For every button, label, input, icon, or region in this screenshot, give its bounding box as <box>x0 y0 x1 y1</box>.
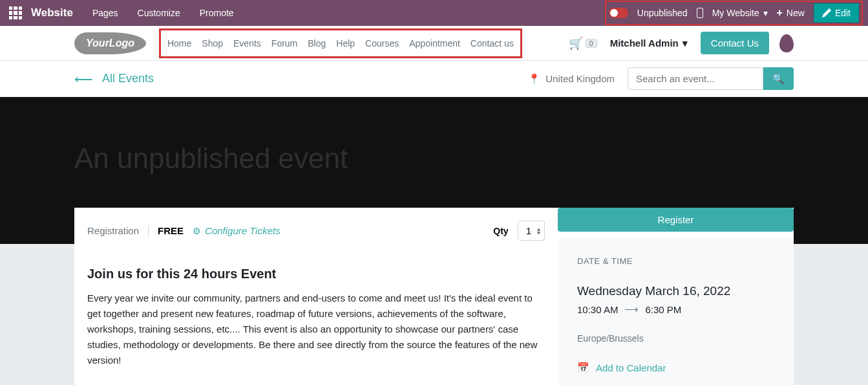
description-block: Join us for this 24 hours Event Every ye… <box>87 267 545 368</box>
search-button[interactable]: 🔍 <box>763 67 794 90</box>
contact-button[interactable]: Contact Us <box>701 32 769 54</box>
configure-tickets-link[interactable]: ⚙ Configure Tickets <box>193 225 281 236</box>
new-label: New <box>787 8 805 18</box>
publish-status: Unpublished <box>637 8 688 18</box>
site-switcher-label: My Website <box>712 8 759 18</box>
logo[interactable]: YourLogo <box>74 32 146 54</box>
cart-icon: 🛒 <box>569 36 583 50</box>
location[interactable]: 📍 United Kingdom <box>528 73 615 85</box>
info-box: DATE & TIME Wednesday March 16, 2022 10:… <box>558 238 794 385</box>
nav-home[interactable]: Home <box>167 38 191 49</box>
gear-icon: ⚙ <box>193 226 201 236</box>
nav-events[interactable]: Events <box>233 38 261 49</box>
info-time: 10:30 AM ⟶ 6:30 PM <box>577 303 774 315</box>
chevron-down-icon: ▾ <box>683 38 688 49</box>
admin-bar: Website Pages Customize Promote Unpublis… <box>0 0 868 26</box>
start-time: 10:30 AM <box>577 304 618 315</box>
arrow-right-icon: ⟶ <box>624 303 639 315</box>
apps-icon[interactable] <box>9 6 22 19</box>
info-date: Wednesday March 16, 2022 <box>577 284 774 298</box>
search-wrap: 🔍 <box>628 67 794 90</box>
timezone: Europe/Brussels <box>577 333 774 344</box>
admin-right: Unpublished My Website ▾ New Edit <box>605 1 863 25</box>
side-column: Register DATE & TIME Wednesday March 16,… <box>558 208 794 385</box>
admin-link-customize[interactable]: Customize <box>138 8 180 18</box>
pin-icon: 📍 <box>528 73 540 85</box>
content: Registration FREE ⚙ Configure Tickets Qt… <box>0 208 868 385</box>
edit-label: Edit <box>835 8 851 18</box>
nav-forum[interactable]: Forum <box>271 38 297 49</box>
edit-button[interactable]: Edit <box>814 3 859 23</box>
search-input[interactable] <box>628 67 763 90</box>
nav-blog[interactable]: Blog <box>308 38 326 49</box>
user-name: Mitchell Admin <box>610 38 679 49</box>
site-header: YourLogo Home Shop Events Forum Blog Hel… <box>0 26 868 61</box>
info-heading: DATE & TIME <box>577 256 774 266</box>
back-link[interactable]: ⟵ All Events <box>74 71 154 87</box>
nav-appointment[interactable]: Appointment <box>409 38 460 49</box>
admin-link-pages[interactable]: Pages <box>92 8 118 18</box>
mobile-icon <box>697 8 703 18</box>
configure-label: Configure Tickets <box>205 225 281 236</box>
nav-courses[interactable]: Courses <box>365 38 399 49</box>
pencil-icon <box>822 8 831 17</box>
cart-button[interactable]: 🛒 0 <box>569 36 597 50</box>
registration-row: Registration FREE ⚙ Configure Tickets Qt… <box>87 221 545 241</box>
register-button[interactable]: Register <box>558 208 794 232</box>
qty-label: Qty <box>493 226 508 236</box>
nav-shop[interactable]: Shop <box>202 38 223 49</box>
calendar-label: Add to Calendar <box>596 362 666 373</box>
cart-count: 0 <box>586 39 597 48</box>
main-column: Registration FREE ⚙ Configure Tickets Qt… <box>74 208 558 385</box>
hero-title: An unpublished event <box>74 97 794 175</box>
crumb-bar: ⟵ All Events 📍 United Kingdom 🔍 <box>0 61 868 97</box>
header-right: 🛒 0 Mitchell Admin ▾ Contact Us <box>569 32 794 54</box>
admin-left: Website Pages Customize Promote <box>5 6 253 19</box>
qty-select[interactable]: 1 ▴▾ <box>518 221 545 241</box>
new-button[interactable]: New <box>777 7 805 19</box>
calendar-icon: 📅 <box>577 362 589 373</box>
admin-link-promote[interactable]: Promote <box>200 8 234 18</box>
plus-icon <box>777 7 783 19</box>
site-nav: Home Shop Events Forum Blog Help Courses… <box>159 28 522 58</box>
site-switcher[interactable]: My Website ▾ <box>712 8 768 18</box>
location-text: United Kingdom <box>545 73 615 84</box>
price-label: FREE <box>158 225 184 236</box>
nav-help[interactable]: Help <box>336 38 355 49</box>
registration-label: Registration <box>87 225 149 236</box>
odoo-drop-icon[interactable] <box>779 34 794 52</box>
stepper-icon: ▴▾ <box>537 227 540 235</box>
search-icon: 🔍 <box>772 73 785 84</box>
mobile-preview-button[interactable] <box>697 8 703 18</box>
back-label: All Events <box>102 72 154 85</box>
admin-app-title[interactable]: Website <box>31 6 73 19</box>
arrow-left-icon: ⟵ <box>74 71 93 87</box>
nav-contact[interactable]: Contact us <box>471 38 514 49</box>
crumb-right: 📍 United Kingdom 🔍 <box>528 67 794 90</box>
qty-value: 1 <box>526 225 531 236</box>
user-menu[interactable]: Mitchell Admin ▾ <box>610 38 688 49</box>
end-time: 6:30 PM <box>645 304 681 315</box>
add-to-calendar-link[interactable]: 📅 Add to Calendar <box>577 362 774 373</box>
chevron-down-icon: ▾ <box>763 8 768 18</box>
publish-toggle[interactable] <box>609 8 628 18</box>
description-title: Join us for this 24 hours Event <box>87 267 545 281</box>
description-body: Every year we invite our community, part… <box>87 291 545 368</box>
